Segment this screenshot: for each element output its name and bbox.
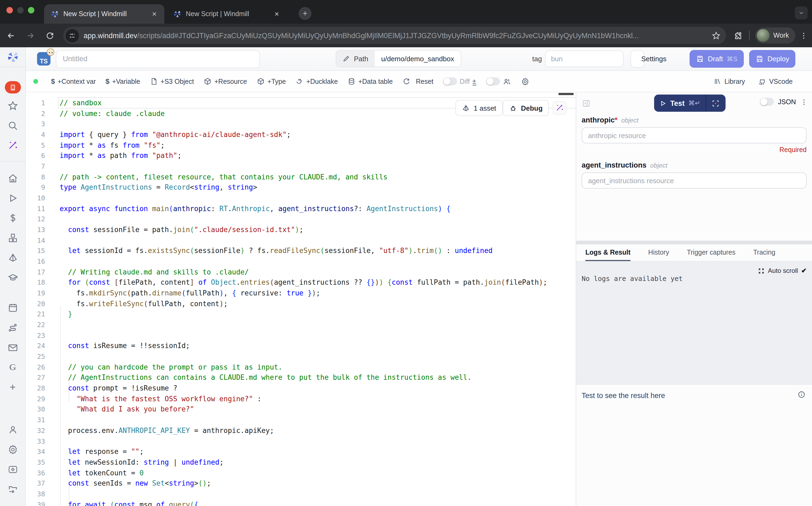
info-icon[interactable] <box>798 391 806 399</box>
code-line[interactable]: 9type AgentInstructions = Record<string,… <box>26 182 576 193</box>
agent-instructions-resource-input[interactable] <box>581 172 807 188</box>
code-line[interactable]: 31 <box>26 415 576 425</box>
vscode-button[interactable]: VScode <box>758 77 793 86</box>
code-line[interactable]: 27 // AgentInstructions can contains a C… <box>26 372 576 383</box>
url-bar[interactable]: app.windmill.dev/scripts/add#JTdCJTIyaGF… <box>63 27 726 44</box>
code-line[interactable]: 34 let response = ""; <box>26 446 576 457</box>
code-line[interactable]: 25 <box>26 351 576 362</box>
close-window-button[interactable] <box>6 7 13 13</box>
code-line[interactable]: 11export async function main(anthropic: … <box>26 203 576 214</box>
sidebar-item-schedules[interactable] <box>5 250 20 265</box>
code-line[interactable]: 29 "What is the fastest OSS workflow eng… <box>26 394 576 404</box>
multiplayer-toggle[interactable] <box>486 77 511 86</box>
code-line[interactable]: 33 <box>26 436 576 446</box>
panel-kebab-icon[interactable] <box>800 98 808 105</box>
code-line[interactable]: 5import * as fs from "fs"; <box>26 140 576 150</box>
code-line[interactable]: 26 // you can hardcode the prompt or pas… <box>26 362 576 372</box>
panel-splitter[interactable] <box>576 241 812 244</box>
code-line[interactable]: 10 <box>26 193 576 203</box>
code-line[interactable]: 20 fs.writeFileSync(fullPath, content); <box>26 299 576 309</box>
code-line[interactable]: 21 } <box>26 309 576 320</box>
reload-icon[interactable] <box>42 27 58 44</box>
windmill-logo[interactable] <box>6 51 19 63</box>
settings-button[interactable]: Settings <box>630 50 644 68</box>
code-line[interactable]: 8// path -> content, fileset resource, t… <box>26 172 576 182</box>
workspace-badge[interactable] <box>5 81 21 93</box>
code-line[interactable]: 22 <box>26 320 576 330</box>
code-line[interactable]: 17 // Writing claude.md and skills to .c… <box>26 267 576 277</box>
browser-menu-kebab-icon[interactable] <box>800 31 808 39</box>
editor-scrollbar[interactable] <box>558 93 573 95</box>
diff-toggle-switch[interactable] <box>443 77 457 85</box>
language-badge[interactable]: TS <box>37 52 51 66</box>
add-data-table-button[interactable]: +Data table <box>348 77 393 85</box>
tag-input[interactable] <box>545 51 624 67</box>
anthropic-resource-input[interactable] <box>581 127 807 144</box>
code-line[interactable]: 13 const sessionFile = path.join(".claud… <box>26 225 576 235</box>
sidebar-item-calendar[interactable] <box>5 300 20 315</box>
code-line[interactable]: 19 fs.mkdirSync(path.dirname(fullPath), … <box>26 288 576 299</box>
test-button[interactable]: Test ⌘↵ <box>654 94 706 112</box>
sidebar-item-runs[interactable] <box>5 191 20 206</box>
new-tab-button[interactable]: + <box>298 7 311 20</box>
code-line[interactable]: 32 process.env.ANTHROPIC_API_KEY = anthr… <box>26 425 576 436</box>
extensions-puzzle-icon[interactable] <box>734 31 743 40</box>
code-line[interactable]: 36 let tokenCount = 0 <box>26 468 576 478</box>
script-name-input[interactable] <box>56 50 260 68</box>
sidebar-item-variables[interactable] <box>5 210 20 226</box>
diff-toggle[interactable]: Diff ± <box>443 77 476 85</box>
site-settings-icon[interactable] <box>65 29 79 42</box>
sidebar-item-search[interactable] <box>5 118 20 133</box>
autoscroll-control[interactable]: Auto scroll ✔ <box>758 267 807 274</box>
sidebar-item-google[interactable]: G <box>5 360 20 375</box>
minimize-window-button[interactable] <box>17 7 24 13</box>
back-icon[interactable] <box>3 27 19 44</box>
code-line[interactable]: 35 let newSessionId: string | undefined; <box>26 457 576 468</box>
sidebar-item-account[interactable] <box>5 422 20 437</box>
sidebar-item-settings[interactable] <box>5 442 20 457</box>
sidebar-item-add[interactable]: + <box>5 380 20 395</box>
browser-tab-active[interactable]: New Script | Windmill ✕ <box>44 4 164 24</box>
add-context-var-button[interactable]: $+Context var <box>51 77 96 85</box>
add-type-button[interactable]: +Type <box>257 77 286 85</box>
sidebar-item-mail[interactable] <box>5 340 20 355</box>
code-line[interactable]: 3 <box>26 119 576 130</box>
code-line[interactable]: 23 <box>26 330 576 341</box>
code-line[interactable]: 7 <box>26 161 576 172</box>
browser-tab-inactive[interactable]: New Script | Windmill ✕ <box>167 4 287 24</box>
json-toggle-switch[interactable] <box>759 98 774 106</box>
zoom-window-button[interactable] <box>28 7 34 13</box>
code-line[interactable]: 38 <box>26 489 576 499</box>
tab-trigger-captures[interactable]: Trigger captures <box>687 244 735 261</box>
tab-history[interactable]: History <box>648 244 669 261</box>
sidebar-item-ai[interactable] <box>5 138 20 153</box>
code-line[interactable]: 37 const seenIds = new Set<string>(); <box>26 478 576 489</box>
sidebar-item-collapse[interactable] <box>5 482 20 497</box>
browser-profile-button[interactable]: Work <box>755 27 795 44</box>
path-editor[interactable]: Path u/demo/demo_sandbox <box>336 50 461 67</box>
sidebar-item-workflows[interactable] <box>5 320 20 335</box>
add-s3-object-button[interactable]: +S3 Object <box>150 77 194 85</box>
code-line[interactable]: 16 <box>26 256 576 267</box>
multiplayer-toggle-switch[interactable] <box>486 77 500 85</box>
draft-button[interactable]: Draft ⌘S <box>690 50 744 68</box>
code-line[interactable]: 18 for (const [filePath, content] of Obj… <box>26 277 576 288</box>
add-ducklake-button[interactable]: +Ducklake <box>296 77 338 85</box>
code-line[interactable]: 39 for await (const msg of query({ <box>26 499 576 506</box>
tab-logs-result[interactable]: Logs & Result <box>585 244 630 261</box>
sidebar-item-learn[interactable] <box>5 270 20 285</box>
sidebar-item-favorites[interactable] <box>5 98 20 113</box>
code-line[interactable]: 15 let sessionId = fs.existsSync(session… <box>26 246 576 256</box>
code-line[interactable]: 28 const prompt = !isResume ? <box>26 383 576 394</box>
sidebar-item-home[interactable] <box>5 171 20 186</box>
sidebar-item-workers[interactable] <box>5 462 20 477</box>
ai-edit-button[interactable] <box>553 101 566 115</box>
tab-tracing[interactable]: Tracing <box>753 244 775 261</box>
tab-search-chevron-icon[interactable] <box>795 6 808 19</box>
code-line[interactable]: 6import * as path from "path"; <box>26 151 576 161</box>
deploy-button[interactable]: Deploy <box>749 50 796 68</box>
add-resource-button[interactable]: +Resource <box>203 77 247 85</box>
add-variable-button[interactable]: $+Variable <box>105 77 140 85</box>
tab-close-icon[interactable]: ✕ <box>150 9 159 18</box>
code-line[interactable]: 12 <box>26 214 576 225</box>
